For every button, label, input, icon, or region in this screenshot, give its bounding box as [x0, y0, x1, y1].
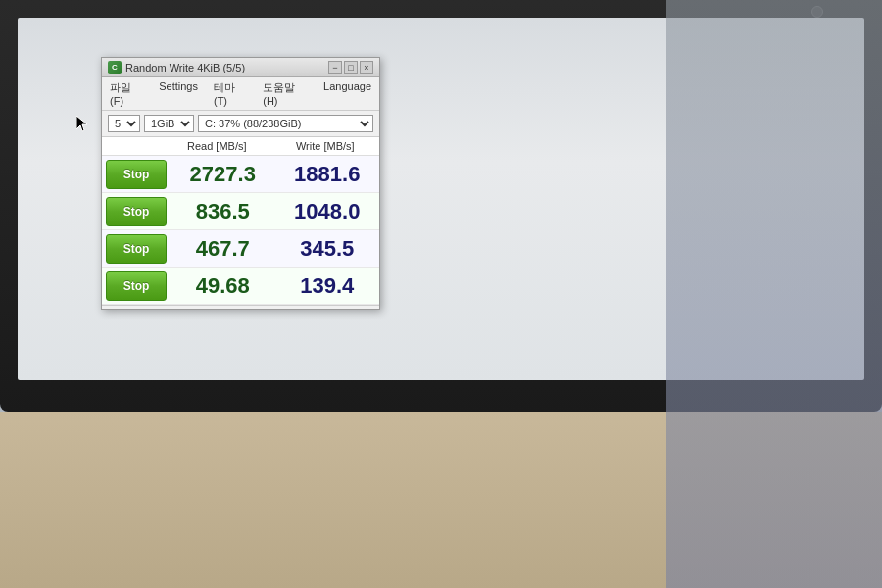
stop-button-1[interactable]: Stop — [106, 160, 167, 189]
minimize-button[interactable]: − — [328, 61, 342, 74]
read-value-2: 836.5 — [171, 199, 275, 224]
stop-button-2[interactable]: Stop — [106, 197, 167, 226]
stop-button-3[interactable]: Stop — [106, 234, 167, 264]
window-title: Random Write 4KiB (5/5) — [125, 62, 245, 74]
drive-select[interactable]: C: 37% (88/238GiB) — [198, 115, 373, 132]
read-value-4: 49.68 — [171, 273, 275, 299]
size-select[interactable]: 1GiB — [144, 115, 194, 132]
app-icon: C — [108, 61, 122, 74]
window-controls: − □ × — [328, 61, 373, 74]
background-right — [666, 0, 882, 588]
header-write: Write [MB/s] — [271, 140, 380, 152]
cdm-window: C Random Write 4KiB (5/5) − □ × 파일(F) Se… — [101, 57, 380, 310]
read-value-1: 2727.3 — [171, 162, 275, 187]
close-button[interactable]: × — [360, 61, 373, 74]
menu-language[interactable]: Language — [321, 79, 373, 108]
svg-marker-0 — [76, 116, 87, 131]
read-value-3: 467.7 — [171, 236, 275, 262]
menubar: 파일(F) Settings 테마(T) 도움말(H) Language — [102, 77, 379, 111]
maximize-button[interactable]: □ — [344, 61, 358, 74]
stop-button-4[interactable]: Stop — [106, 271, 167, 301]
count-select[interactable]: 5 — [108, 115, 140, 132]
titlebar: C Random Write 4KiB (5/5) − □ × — [102, 58, 379, 77]
table-row: Stop 467.7 345.5 — [102, 230, 379, 268]
mouse-cursor — [76, 116, 88, 133]
menu-help[interactable]: 도움말(H) — [261, 79, 310, 108]
title-left: C Random Write 4KiB (5/5) — [108, 61, 245, 74]
menu-settings[interactable]: Settings — [157, 79, 200, 108]
menu-theme[interactable]: 테마(T) — [212, 79, 249, 108]
table-row: Stop 836.5 1048.0 — [102, 193, 379, 230]
header-spacer — [102, 140, 163, 152]
table-row: Stop 49.68 139.4 — [102, 268, 379, 305]
write-value-3: 345.5 — [275, 236, 380, 262]
toolbar: 5 1GiB C: 37% (88/238GiB) — [102, 111, 379, 137]
header-read: Read [MB/s] — [163, 140, 271, 152]
table-row: Stop 2727.3 1881.6 — [102, 156, 379, 193]
scene: C Random Write 4KiB (5/5) − □ × 파일(F) Se… — [0, 0, 882, 588]
table-header: Read [MB/s] Write [MB/s] — [102, 137, 379, 156]
menu-file[interactable]: 파일(F) — [108, 79, 145, 108]
write-value-2: 1048.0 — [275, 199, 380, 224]
window-footer — [102, 305, 379, 309]
results-table: Read [MB/s] Write [MB/s] Stop 2727.3 188… — [102, 137, 379, 305]
write-value-1: 1881.6 — [275, 162, 380, 187]
write-value-4: 139.4 — [275, 273, 380, 299]
